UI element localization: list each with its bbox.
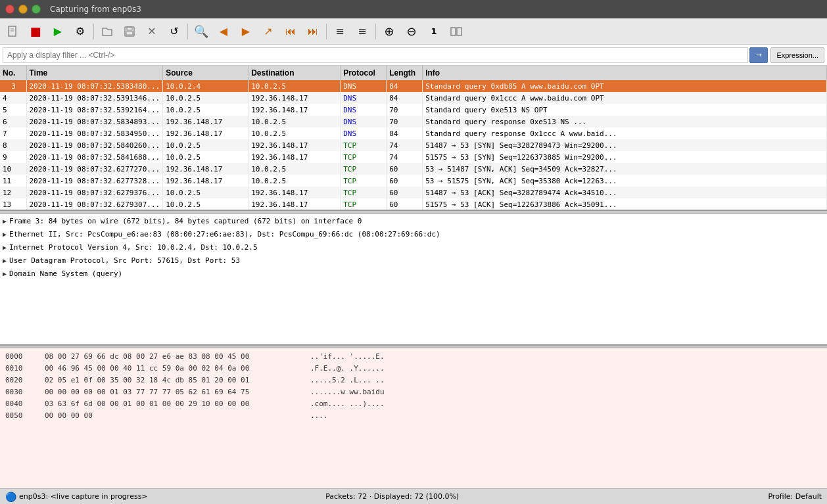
col-header-destination[interactable]: Destination bbox=[248, 66, 341, 80]
hex-bytes: 00 00 00 00 00 01 03 77 77 77 05 62 61 6… bbox=[45, 386, 295, 398]
table-row[interactable]: ▶ 3 2020-11-19 08:07:32.5383480... 10.0.… bbox=[0, 80, 827, 92]
cell-destination: 10.0.2.5 bbox=[248, 116, 341, 127]
options-btn[interactable]: ⚙ bbox=[70, 21, 91, 42]
cell-info: Standard query response 0xe513 NS ... bbox=[423, 116, 827, 127]
hex-ascii: ..'if... '.....E. bbox=[310, 351, 385, 363]
cell-time: 2020-11-19 08:07:32.5840260... bbox=[26, 139, 163, 151]
detail-item[interactable]: ▶Ethernet II, Src: PcsCompu_e6:ae:83 (08… bbox=[0, 228, 827, 241]
col-header-length[interactable]: Length bbox=[387, 66, 423, 80]
cell-length: 84 bbox=[387, 92, 423, 104]
cell-destination: 192.36.148.17 bbox=[248, 151, 341, 163]
colorize-btn[interactable]: ≡ bbox=[329, 21, 350, 42]
cell-info: 53 → 51487 [SYN, ACK] Seq=34509 Ack=3282… bbox=[423, 163, 827, 175]
cell-destination: 192.36.148.17 bbox=[248, 139, 341, 151]
table-row[interactable]: 11 2020-11-19 08:07:32.6277328... 192.36… bbox=[0, 175, 827, 187]
cell-no: 6 bbox=[0, 116, 26, 127]
hex-row: 0020 02 05 e1 0f 00 35 00 32 18 4c db 85… bbox=[5, 375, 822, 386]
last-btn[interactable]: ⏭ bbox=[302, 21, 323, 42]
detail-item[interactable]: ▶Frame 3: 84 bytes on wire (672 bits), 8… bbox=[0, 215, 827, 228]
hex-ascii: .com.... ...).... bbox=[310, 398, 385, 410]
zoom-in-btn[interactable]: ⊕ bbox=[379, 21, 400, 42]
cell-info: 51487 → 53 [ACK] Seq=3282789474 Ack=3451… bbox=[423, 187, 827, 198]
cell-protocol: TCP bbox=[341, 175, 387, 187]
status-packets: Packets: 72 · Displayed: 72 (100.0%) bbox=[325, 492, 459, 501]
hex-row: 0050 00 00 00 00 .... bbox=[5, 410, 822, 422]
filter-apply-btn[interactable]: → bbox=[749, 47, 768, 63]
cell-info: Standard query 0xe513 NS OPT bbox=[423, 104, 827, 116]
table-row[interactable]: 8 2020-11-19 08:07:32.5840260... 10.0.2.… bbox=[0, 139, 827, 151]
columns-btn[interactable] bbox=[446, 21, 467, 42]
hex-bytes: 00 00 00 00 bbox=[45, 410, 295, 422]
table-row[interactable]: 9 2020-11-19 08:07:32.5841688... 10.0.2.… bbox=[0, 151, 827, 163]
cell-no: 4 bbox=[0, 92, 26, 104]
cell-no: 8 bbox=[0, 139, 26, 151]
minimize-window-btn[interactable] bbox=[18, 5, 28, 14]
filter-input[interactable] bbox=[3, 47, 748, 63]
toolbar: ■ ▶ ⚙ ✕ ↺ 🔍 ◀ ▶ ↗ ⏮ ⏭ ≡ ≡ ⊕ ⊖ 1 bbox=[0, 18, 827, 45]
cell-no: 5 bbox=[0, 104, 26, 116]
expression-btn[interactable]: Expression... bbox=[770, 47, 824, 63]
reload-btn[interactable]: ↺ bbox=[164, 21, 185, 42]
table-row[interactable]: 4 2020-11-19 08:07:32.5391346... 10.0.2.… bbox=[0, 92, 827, 104]
auto-scroll-btn[interactable]: ≡ bbox=[352, 21, 373, 42]
hex-offset: 0030 bbox=[5, 386, 29, 398]
find-btn[interactable]: 🔍 bbox=[191, 21, 212, 42]
cell-time: 2020-11-19 08:07:32.6277328... bbox=[26, 175, 163, 187]
maximize-window-btn[interactable] bbox=[32, 5, 41, 14]
cell-protocol: TCP bbox=[341, 198, 387, 210]
cell-destination: 10.0.2.5 bbox=[248, 175, 341, 187]
first-btn[interactable]: ⏮ bbox=[280, 21, 301, 42]
titlebar: Capturing from enp0s3 bbox=[0, 0, 827, 18]
detail-item[interactable]: ▶User Datagram Protocol, Src Port: 57615… bbox=[0, 254, 827, 267]
zoom-out-btn[interactable]: ⊖ bbox=[401, 21, 422, 42]
cell-info: Standard query 0x1ccc A www.baidu.com OP… bbox=[423, 92, 827, 104]
cell-no: 12 bbox=[0, 187, 26, 198]
next-btn[interactable]: ▶ bbox=[235, 21, 256, 42]
detail-text: User Datagram Protocol, Src Port: 57615,… bbox=[9, 255, 240, 267]
col-header-time[interactable]: Time bbox=[26, 66, 163, 80]
col-header-info[interactable]: Info bbox=[423, 66, 827, 80]
cell-length: 60 bbox=[387, 198, 423, 210]
table-row[interactable]: 7 2020-11-19 08:07:32.5834950... 192.36.… bbox=[0, 127, 827, 139]
col-header-protocol[interactable]: Protocol bbox=[341, 66, 387, 80]
detail-arrow: ▶ bbox=[3, 255, 7, 267]
open-btn[interactable] bbox=[97, 21, 118, 42]
cell-source: 192.36.148.17 bbox=[163, 116, 248, 127]
prev-btn[interactable]: ◀ bbox=[213, 21, 234, 42]
save-btn[interactable] bbox=[119, 21, 140, 42]
close-file-btn[interactable]: ✕ bbox=[141, 21, 162, 42]
new-capture-btn[interactable] bbox=[3, 21, 24, 42]
close-window-btn[interactable] bbox=[5, 5, 14, 14]
normal-size-btn[interactable]: 1 bbox=[423, 21, 444, 42]
table-row[interactable]: 5 2020-11-19 08:07:32.5392164... 10.0.2.… bbox=[0, 104, 827, 116]
packet-list[interactable]: No. Time Source Destination Protocol Len… bbox=[0, 66, 827, 210]
cell-protocol: DNS bbox=[341, 116, 387, 127]
go-prev-btn[interactable]: ↗ bbox=[258, 21, 279, 42]
cell-no: 10 bbox=[0, 163, 26, 175]
table-row[interactable]: 13 2020-11-19 08:07:32.6279307... 10.0.2… bbox=[0, 198, 827, 210]
detail-item[interactable]: ▶Domain Name System (query) bbox=[0, 267, 827, 281]
cell-info: 51575 → 53 [SYN] Seq=1226373885 Win=2920… bbox=[423, 151, 827, 163]
start-capture-btn[interactable]: ▶ bbox=[47, 21, 68, 42]
hex-row: 0030 00 00 00 00 00 01 03 77 77 77 05 62… bbox=[5, 386, 822, 398]
cell-source: 10.0.2.5 bbox=[163, 104, 248, 116]
sep4 bbox=[375, 24, 376, 39]
cell-protocol: DNS bbox=[341, 80, 387, 92]
cell-source: 192.36.148.17 bbox=[163, 127, 248, 139]
window-title: Capturing from enp0s3 bbox=[50, 5, 141, 14]
col-header-source[interactable]: Source bbox=[163, 66, 248, 80]
packet-detail: ▶Frame 3: 84 bytes on wire (672 bits), 8… bbox=[0, 214, 827, 345]
hex-offset: 0020 bbox=[5, 375, 29, 386]
table-row[interactable]: 6 2020-11-19 08:07:32.5834893... 192.36.… bbox=[0, 116, 827, 127]
detail-item[interactable]: ▶Internet Protocol Version 4, Src: 10.0.… bbox=[0, 241, 827, 254]
col-header-no[interactable]: No. bbox=[0, 66, 26, 80]
cell-info: Standard query response 0x1ccc A www.bai… bbox=[423, 127, 827, 139]
table-row[interactable]: 12 2020-11-19 08:07:32.6279376... 10.0.2… bbox=[0, 187, 827, 198]
detail-arrow: ▶ bbox=[3, 216, 7, 227]
cell-time: 2020-11-19 08:07:32.5841688... bbox=[26, 151, 163, 163]
table-row[interactable]: 10 2020-11-19 08:07:32.6277270... 192.36… bbox=[0, 163, 827, 175]
cell-protocol: TCP bbox=[341, 187, 387, 198]
hex-row: 0000 08 00 27 69 66 dc 08 00 27 e6 ae 83… bbox=[5, 351, 822, 363]
stop-capture-btn[interactable]: ■ bbox=[25, 21, 46, 42]
cell-time: 2020-11-19 08:07:32.5834950... bbox=[26, 127, 163, 139]
